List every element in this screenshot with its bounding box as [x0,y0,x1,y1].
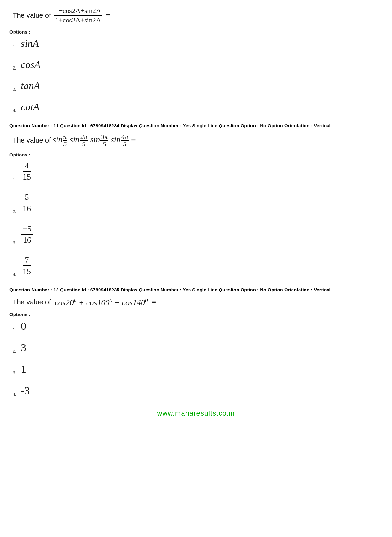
option-10-4-value: cotA [21,101,39,113]
option-11-2-value: 516 [21,192,33,214]
option-11-2-num: 2. [13,209,18,214]
option-11-3-value: −516 [21,223,33,246]
question-12-formula: The value of cos200 + cos1000 + cos1400 … [13,297,383,308]
question-11-options-label: Options : [9,152,383,157]
option-12-2-value: 3 [21,342,26,354]
option-12-4-num: 4. [13,392,18,397]
option-11-1-value: 415 [21,161,33,183]
question-10-options-label: Options : [9,29,383,34]
option-10-1: 1. sinA [13,38,383,49]
option-12-2: 2. 3 [13,342,383,354]
option-12-3: 3. 1 [13,363,383,375]
option-10-4-num: 4. [13,108,18,113]
question-12-options-label: Options : [9,312,383,317]
footer-website: www.manaresults.co.in [9,409,383,418]
option-11-4-value: 715 [21,255,33,277]
question-11-equals: = [131,136,136,145]
question-10-fraction: 1−cos2A+sin2A 1+cos2A+sin2A [53,6,104,25]
option-10-3-num: 3. [13,87,18,92]
option-10-3-value: tanA [21,80,40,92]
question-10-equals: = [106,11,110,20]
option-11-2: 2. 516 [13,192,383,214]
option-12-3-num: 3. [13,370,18,375]
question-11-formula: The value of sinπ5 sin2π5 sin3π5 sin4π5 … [13,133,383,148]
question-10-label: The value of [13,11,51,20]
option-11-1: 1. 415 [13,161,383,183]
option-12-3-value: 1 [21,363,26,375]
option-10-2-value: cosA [21,59,40,70]
question-11-label: The value of [13,136,51,144]
option-12-1-num: 1. [13,327,18,332]
option-10-1-num: 1. [13,44,18,49]
option-10-1-value: sinA [21,38,39,49]
question-10: The value of 1−cos2A+sin2A 1+cos2A+sin2A… [9,6,383,113]
option-10-4: 4. cotA [13,101,383,113]
question-11-meta: Question Number : 11 Question Id : 67809… [9,122,383,130]
option-11-4-num: 4. [13,272,18,277]
question-12: Question Number : 12 Question Id : 67809… [9,286,383,397]
option-12-1-value: 0 [21,320,26,332]
question-11: Question Number : 11 Question Id : 67809… [9,122,383,277]
option-11-1-num: 1. [13,177,18,182]
option-12-2-num: 2. [13,349,18,354]
option-10-2-num: 2. [13,65,18,70]
question-12-meta: Question Number : 12 Question Id : 67809… [9,286,383,294]
question-12-equals: = [152,297,156,307]
option-12-4: 4. -3 [13,385,383,397]
option-12-1: 1. 0 [13,320,383,332]
option-11-3: 3. −516 [13,223,383,246]
question-11-expr: sinπ5 sin2π5 sin3π5 sin4π5 [53,133,129,148]
option-10-2: 2. cosA [13,59,383,70]
option-11-3-num: 3. [13,240,18,245]
option-11-4: 4. 715 [13,255,383,277]
question-12-expr: cos200 + cos1000 + cos1400 [55,297,148,308]
question-12-label: The value of [13,298,51,306]
option-10-3: 3. tanA [13,80,383,92]
option-12-4-value: -3 [21,385,30,397]
question-10-formula: The value of 1−cos2A+sin2A 1+cos2A+sin2A… [13,6,383,25]
